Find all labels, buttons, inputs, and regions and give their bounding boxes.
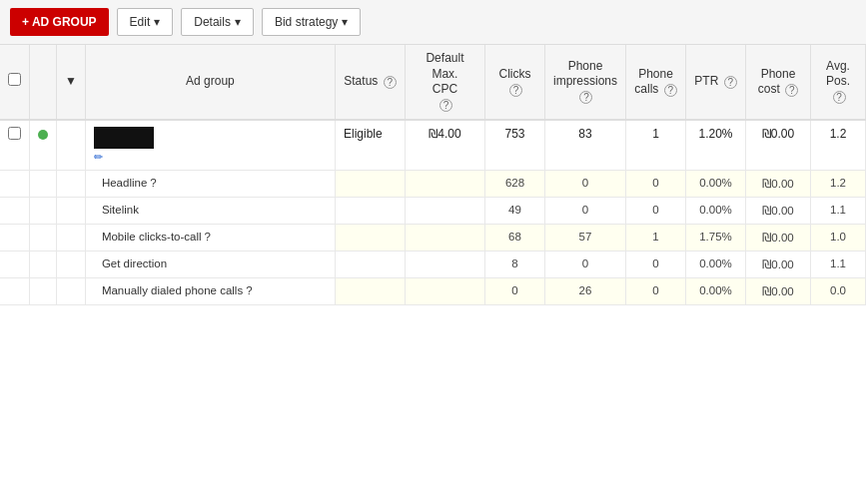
sub-row-help-icon-2[interactable]: ?: [205, 231, 211, 243]
main-row-ptr: 1.20%: [698, 127, 732, 141]
edit-pencil-icon[interactable]: ✏: [94, 151, 103, 164]
details-chevron-icon: ▾: [235, 15, 241, 29]
th-phone-calls: Phone calls ?: [626, 45, 686, 120]
table-row-sub-2: Mobile clicks-to-call?685711.75%₪0.001.0: [0, 225, 866, 252]
table-row-sub-1: Sitelink49000.00%₪0.001.1: [0, 198, 866, 225]
main-row-avg-pos: 1.2: [830, 127, 847, 141]
table-row-main: ✏ Eligible ₪4.00 753 83 1 1.20%: [0, 120, 866, 171]
sub-row-avg-pos-0: 1.2: [811, 171, 866, 198]
sub-row-phone-calls-2: 1: [626, 225, 686, 252]
th-ad-group: Ad group: [85, 45, 335, 120]
sub-row-phone-cost-1: ₪0.00: [746, 198, 811, 225]
sub-row-clicks-0: 628: [484, 171, 544, 198]
cpc-help-icon[interactable]: ?: [439, 99, 452, 112]
sub-row-ptr-3: 0.00%: [686, 252, 746, 278]
edit-label: Edit: [130, 15, 151, 29]
table-row-sub-4: Manually dialed phone calls?02600.00%₪0.…: [0, 278, 866, 305]
sub-row-ptr-2: 1.75%: [686, 225, 746, 252]
sub-row-checkbox-cell-1: [0, 198, 30, 225]
status-help-icon[interactable]: ?: [384, 76, 397, 89]
main-row-status-cell: Eligible: [335, 120, 405, 171]
th-dot: [30, 45, 57, 120]
avg-pos-help-icon[interactable]: ?: [833, 91, 846, 104]
sub-row-ptr-1: 0.00%: [686, 198, 746, 225]
sub-row-label-1: Sitelink: [85, 198, 335, 225]
sub-row-sort-cell-3: [57, 252, 86, 278]
sub-row-avg-pos-2: 1.0: [811, 225, 866, 252]
main-row-checkbox-cell: [0, 120, 30, 171]
sub-row-ptr-4: 0.00%: [686, 278, 746, 305]
sub-row-avg-pos-3: 1.1: [811, 252, 866, 278]
sub-row-phone-impressions-0: 0: [544, 171, 625, 198]
th-sort[interactable]: ▼: [57, 45, 86, 120]
th-clicks: Clicks ?: [484, 45, 544, 120]
sub-row-status-cell-3: [335, 252, 405, 278]
main-row-ptr-cell: 1.20%: [686, 120, 746, 171]
sub-row-phone-impressions-4: 26: [544, 278, 625, 305]
main-row-avg-pos-cell: 1.2: [811, 120, 866, 171]
sub-row-phone-cost-4: ₪0.00: [746, 278, 811, 305]
th-avg-pos: Avg. Pos. ?: [811, 45, 866, 120]
th-default-max-cpc: Default Max. CPC ?: [405, 45, 484, 120]
add-group-button[interactable]: + AD GROUP: [10, 8, 109, 36]
phone-imp-help-icon[interactable]: ?: [579, 91, 592, 104]
bid-strategy-button[interactable]: Bid strategy ▾: [262, 8, 361, 36]
sub-row-label-2: Mobile clicks-to-call?: [85, 225, 335, 252]
th-ptr: PTR ?: [686, 45, 746, 120]
sub-row-cpc-cell-2: [405, 225, 484, 252]
status-dot-green: [38, 130, 48, 140]
main-row-phone-impressions: 83: [578, 127, 591, 141]
main-row-status: Eligible: [344, 127, 383, 141]
phone-calls-help-icon[interactable]: ?: [664, 84, 677, 97]
table-row-sub-3: Get direction8000.00%₪0.001.1: [0, 252, 866, 278]
sub-row-clicks-2: 68: [484, 225, 544, 252]
sub-row-help-icon-0[interactable]: ?: [150, 177, 156, 189]
th-checkbox: [0, 45, 30, 120]
sub-row-cpc-cell-4: [405, 278, 484, 305]
sub-row-checkbox-cell-3: [0, 252, 30, 278]
sub-row-cpc-cell-3: [405, 252, 484, 278]
sub-row-phone-calls-3: 0: [626, 252, 686, 278]
table-wrapper: ▼ Ad group Status ? Default Max. CPC ? C…: [0, 45, 866, 305]
main-row-ad-group-cell: ✏: [85, 120, 335, 171]
phone-cost-help-icon[interactable]: ?: [785, 84, 798, 97]
sub-row-dot-cell-4: [30, 278, 57, 305]
main-row-sort-cell: [57, 120, 86, 171]
th-status: Status ?: [335, 45, 405, 120]
edit-button[interactable]: Edit ▾: [117, 8, 174, 36]
sub-row-dot-cell-1: [30, 198, 57, 225]
sub-row-sort-cell-0: [57, 171, 86, 198]
sub-row-cpc-cell-0: [405, 171, 484, 198]
details-label: Details: [194, 15, 231, 29]
sub-row-checkbox-cell-2: [0, 225, 30, 252]
sub-row-phone-impressions-1: 0: [544, 198, 625, 225]
sub-row-cpc-cell-1: [405, 198, 484, 225]
sub-row-status-cell-2: [335, 225, 405, 252]
main-row-clicks-cell: 753: [484, 120, 544, 171]
sub-row-clicks-4: 0: [484, 278, 544, 305]
ptr-help-icon[interactable]: ?: [724, 76, 737, 89]
main-row-cpc: ₪4.00: [429, 127, 460, 141]
clicks-help-icon[interactable]: ?: [509, 84, 522, 97]
main-row-phone-cost: ₪0.00: [762, 127, 794, 141]
main-row-clicks: 753: [504, 127, 524, 141]
sub-row-label-4: Manually dialed phone calls?: [85, 278, 335, 305]
main-row-phone-cost-cell: ₪0.00: [746, 120, 811, 171]
sub-row-ptr-0: 0.00%: [686, 171, 746, 198]
sub-row-status-cell-4: [335, 278, 405, 305]
sub-row-sort-cell-1: [57, 198, 86, 225]
sub-row-phone-cost-0: ₪0.00: [746, 171, 811, 198]
details-button[interactable]: Details ▾: [181, 8, 254, 36]
sub-row-sort-cell-2: [57, 225, 86, 252]
sub-row-label-0: Headline?: [85, 171, 335, 198]
sub-row-avg-pos-4: 0.0: [811, 278, 866, 305]
select-all-checkbox[interactable]: [8, 73, 21, 86]
sub-row-avg-pos-1: 1.1: [811, 198, 866, 225]
sub-row-help-icon-4[interactable]: ?: [246, 284, 252, 296]
ad-name-block: [94, 127, 154, 149]
sub-row-dot-cell-2: [30, 225, 57, 252]
sub-row-phone-impressions-3: 0: [544, 252, 625, 278]
sub-row-sort-cell-4: [57, 278, 86, 305]
main-row-checkbox[interactable]: [8, 127, 21, 140]
main-row-phone-imp-cell: 83: [544, 120, 625, 171]
